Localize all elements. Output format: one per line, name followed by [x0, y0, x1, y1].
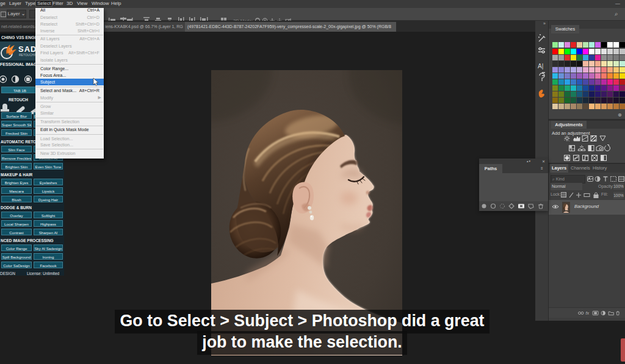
svg-text:A|: A| [538, 63, 543, 70]
